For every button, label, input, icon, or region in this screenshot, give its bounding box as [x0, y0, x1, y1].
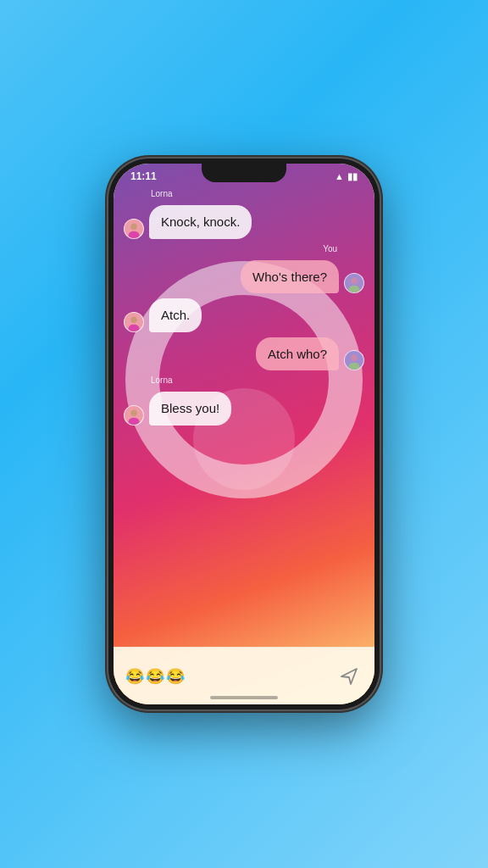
- avatar-svg-lorna: [125, 219, 143, 239]
- avatar-lorna-2: [124, 312, 144, 332]
- status-time: 11:11: [130, 170, 157, 182]
- status-icons: ▲ ▮▮: [335, 171, 358, 182]
- avatar-svg-self: [345, 273, 363, 293]
- battery-icon: ▮▮: [347, 171, 358, 182]
- avatar-lorna-3: [124, 405, 144, 426]
- sender-label-you: You: [151, 244, 337, 253]
- send-button[interactable]: [336, 663, 363, 690]
- svg-point-7: [130, 316, 136, 322]
- sender-label-lorna-2: Lorna: [151, 376, 364, 385]
- svg-point-11: [349, 363, 360, 370]
- bubble-2: Who's there?: [241, 260, 339, 294]
- svg-point-10: [351, 355, 357, 361]
- bubble-5: Bless you!: [149, 392, 231, 426]
- chat-area: Lorna Knock, knock. You: [114, 186, 374, 633]
- message-row-4: Atch who?: [124, 337, 364, 371]
- bubble-3: Atch.: [149, 298, 202, 332]
- home-indicator: [210, 696, 278, 699]
- phone-screen: 11:11 ▲ ▮▮ Lorna Knock, knock.: [114, 164, 374, 704]
- svg-point-13: [130, 409, 136, 415]
- svg-point-14: [129, 417, 140, 425]
- svg-point-1: [130, 223, 136, 229]
- phone-notch: [202, 164, 286, 182]
- message-row-2: Who's there?: [124, 260, 364, 294]
- message-row-5: Bless you!: [124, 392, 364, 426]
- message-row-1: Knock, knock.: [124, 205, 364, 239]
- sender-label-lorna-1: Lorna: [151, 189, 364, 198]
- avatar-svg-self-2: [345, 350, 363, 370]
- svg-point-8: [129, 324, 140, 331]
- svg-point-4: [351, 278, 357, 284]
- avatar-self-2: [344, 350, 364, 370]
- svg-point-5: [349, 286, 360, 293]
- wifi-icon: ▲: [335, 171, 344, 181]
- avatar-svg-lorna-2: [125, 312, 143, 332]
- send-icon: [340, 667, 358, 686]
- avatar-svg-lorna-3: [125, 405, 143, 426]
- avatar-self-1: [344, 273, 364, 293]
- message-row-3: Atch.: [124, 298, 364, 332]
- phone-frame: 11:11 ▲ ▮▮ Lorna Knock, knock.: [108, 159, 380, 709]
- bubble-1: Knock, knock.: [149, 205, 252, 239]
- svg-point-2: [129, 231, 140, 238]
- bubble-4: Atch who?: [256, 337, 339, 371]
- avatar-lorna-1: [124, 219, 144, 239]
- message-input[interactable]: [125, 667, 327, 685]
